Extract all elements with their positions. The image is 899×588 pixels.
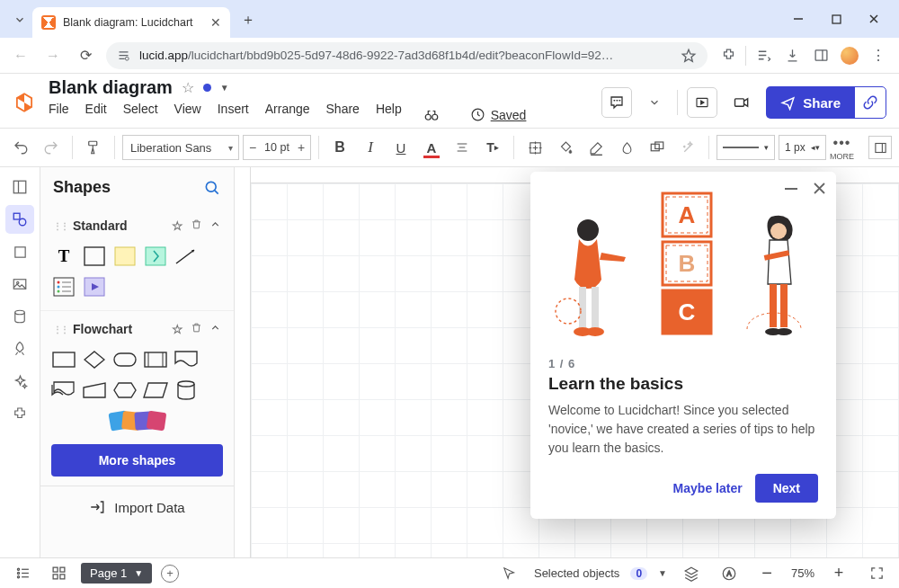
menu-select[interactable]: Select [123, 102, 158, 129]
forward-button[interactable]: → [41, 44, 65, 67]
next-button[interactable]: Next [755, 474, 818, 503]
menu-edit[interactable]: Edit [85, 102, 107, 129]
outline-view-icon[interactable] [9, 560, 36, 587]
page-selector[interactable]: Page 1 ▼ [81, 563, 152, 584]
bookmark-icon[interactable] [681, 48, 697, 64]
shape-media[interactable] [82, 274, 107, 299]
rail-rocket-icon[interactable] [5, 334, 34, 363]
rail-data-icon[interactable] [5, 302, 34, 331]
text-options-button[interactable]: T▸ [479, 134, 506, 161]
shape-hexagon[interactable] [112, 378, 138, 403]
italic-button[interactable]: I [357, 134, 384, 161]
side-panel-icon[interactable] [809, 44, 832, 67]
share-link-button[interactable] [854, 86, 886, 119]
lucid-logo[interactable] [13, 91, 36, 114]
bold-button[interactable]: B [326, 134, 353, 161]
line-weight-select[interactable]: 1 px◂▾ [779, 135, 826, 160]
shape-style-button[interactable] [644, 134, 671, 161]
menu-file[interactable]: File [49, 102, 69, 129]
shape-terminator[interactable] [112, 347, 138, 372]
menu-insert[interactable]: Insert [218, 102, 249, 129]
extensions-icon[interactable] [717, 44, 740, 67]
shape-action[interactable] [143, 244, 168, 269]
font-size-value[interactable]: 10 pt [262, 141, 292, 154]
shape-text[interactable]: T [51, 244, 76, 269]
profile-avatar[interactable] [838, 44, 861, 67]
rail-container-icon[interactable] [5, 237, 34, 266]
downloads-icon[interactable] [780, 44, 804, 67]
accessibility-icon[interactable]: A [716, 560, 743, 587]
back-button[interactable]: ← [9, 44, 32, 67]
shape-multidoc[interactable] [51, 378, 76, 403]
shape-list[interactable] [51, 274, 76, 299]
rail-shapes-icon[interactable] [5, 205, 34, 234]
comment-button[interactable] [601, 87, 632, 118]
window-close[interactable] [856, 5, 892, 32]
new-tab-button[interactable]: ＋ [236, 7, 261, 32]
fill-color-button[interactable] [552, 134, 579, 161]
rail-image-icon[interactable] [5, 270, 34, 298]
undo-button[interactable] [7, 134, 34, 161]
selected-dropdown[interactable]: ▼ [658, 568, 667, 578]
zoom-level[interactable]: 75% [791, 566, 814, 580]
pin-icon[interactable]: ☆ [172, 218, 183, 233]
zoom-in-button[interactable]: + [825, 560, 852, 587]
shape-block[interactable] [82, 244, 107, 269]
underline-button[interactable]: U [387, 134, 414, 161]
shape-arrow-line[interactable] [174, 244, 199, 269]
fullscreen-button[interactable] [863, 560, 890, 587]
reload-button[interactable]: ⟳ [74, 44, 97, 67]
search-shapes-icon[interactable] [203, 179, 221, 197]
selection-mode-icon[interactable] [496, 560, 523, 587]
text-color-button[interactable]: A [418, 134, 445, 161]
menu-view[interactable]: View [174, 102, 201, 129]
redo-button[interactable] [38, 134, 65, 161]
window-maximize[interactable] [818, 5, 854, 32]
shape-note[interactable] [112, 244, 138, 269]
video-button[interactable] [726, 87, 757, 118]
font-family-select[interactable]: Liberation Sans [122, 135, 239, 160]
zoom-out-button[interactable]: − [753, 560, 780, 587]
binoculars-icon[interactable] [418, 102, 445, 129]
present-button[interactable] [687, 87, 717, 118]
menu-arrange[interactable]: Arrange [265, 102, 310, 129]
pin-icon[interactable]: ☆ [172, 322, 183, 336]
window-minimize[interactable] [780, 5, 816, 32]
collapse-icon[interactable] [209, 322, 221, 336]
rail-ai-icon[interactable] [5, 367, 34, 396]
position-button[interactable] [521, 134, 548, 161]
align-button[interactable] [449, 134, 476, 161]
browser-tab[interactable]: Blank diagram: Lucidchart ✕ [32, 7, 230, 38]
comment-dropdown[interactable] [641, 89, 668, 116]
section-standard-header[interactable]: ⋮⋮ Standard ☆ [51, 213, 223, 238]
format-painter-button[interactable] [80, 134, 107, 161]
close-tab-icon[interactable]: ✕ [210, 15, 221, 30]
doc-menu-caret[interactable]: ▼ [220, 83, 229, 93]
shape-process[interactable] [51, 347, 76, 372]
maybe-later-button[interactable]: Maybe later [673, 481, 743, 495]
grid-view-icon[interactable] [45, 560, 72, 587]
rail-plugin-icon[interactable] [5, 399, 34, 428]
chrome-menu-icon[interactable]: ⋮ [867, 44, 890, 67]
saved-indicator[interactable]: Saved [470, 102, 527, 129]
font-size-plus[interactable]: + [292, 136, 310, 159]
shape-manual-input[interactable] [82, 378, 107, 403]
share-button[interactable]: Share [766, 86, 855, 119]
line-style-select[interactable]: ▾ [717, 135, 775, 160]
more-shapes-button[interactable]: More shapes [51, 444, 223, 477]
font-size-minus[interactable]: − [244, 136, 262, 159]
layers-icon[interactable] [678, 560, 705, 587]
trash-icon[interactable] [191, 218, 202, 233]
collapse-icon[interactable] [209, 218, 221, 233]
right-panel-toggle[interactable] [868, 136, 892, 159]
more-tools-button[interactable]: ••• MORE [830, 135, 859, 161]
magic-button[interactable] [674, 134, 701, 161]
opacity-button[interactable] [613, 134, 640, 161]
menu-share[interactable]: Share [326, 102, 360, 129]
rail-panels-icon[interactable] [5, 173, 34, 201]
menu-help[interactable]: Help [376, 102, 402, 129]
address-bar[interactable]: lucid.app/lucidchart/bbd9b025-5d97-48d6-… [106, 42, 708, 69]
document-title[interactable]: Blank diagram [49, 77, 173, 98]
add-page-button[interactable]: + [161, 565, 179, 583]
close-tip-icon[interactable] [814, 183, 825, 195]
